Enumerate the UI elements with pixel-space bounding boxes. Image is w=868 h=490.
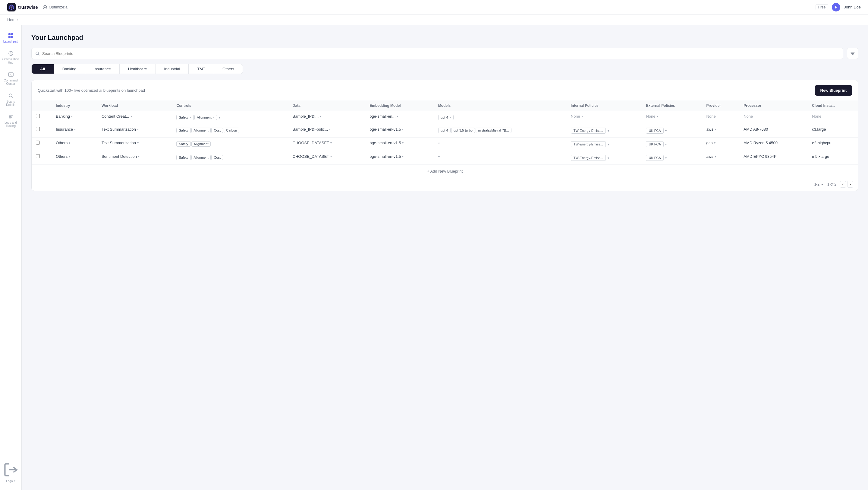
blueprint-container: Quickstart with 100+ live optimized ai b… [31, 80, 858, 191]
external-policy-tag[interactable]: UK FCA [646, 155, 663, 161]
add-blueprint-row[interactable]: + Add New Blueprint [32, 165, 858, 178]
row-internal-policies: TW-Energy-Emiss... ▾ [567, 138, 642, 151]
category-tab-others[interactable]: Others [214, 64, 243, 74]
category-tab-all[interactable]: All [32, 64, 54, 74]
row-internal-policies: TW-Energy-Emiss... ▾ [567, 151, 642, 165]
row-models: ▾ [434, 138, 567, 151]
row-cloud-instance: m5.xlarge [808, 151, 858, 165]
optimize-label: Optimize:ai [43, 5, 68, 9]
search-input[interactable] [42, 51, 839, 56]
col-header: External Policies [642, 100, 702, 111]
row-data: CHOOSE_DATASET ▾ [288, 138, 366, 151]
optimize-icon [43, 5, 47, 9]
sidebar-logout[interactable]: Logout [1, 459, 21, 485]
category-tab-tmt[interactable]: TMT [189, 64, 214, 74]
row-industry: Banking ▾ [52, 111, 97, 124]
col-header: Internal Policies [567, 100, 642, 111]
model-tag[interactable]: mistralai/Mistral-7B... [475, 127, 512, 133]
filter-button[interactable] [847, 48, 858, 59]
filter-icon [850, 51, 855, 56]
row-workload: Content Creat... ▾ [97, 111, 173, 124]
category-tab-industrial[interactable]: Industrial [156, 64, 189, 74]
row-checkbox[interactable] [32, 138, 52, 151]
svg-rect-4 [8, 36, 10, 38]
control-tag[interactable]: Alignment [191, 127, 211, 133]
model-tag[interactable]: gpt-3.5-turbo [451, 127, 475, 133]
row-external-policies: UK FCA ▾ [642, 124, 702, 138]
search-icon [35, 51, 40, 56]
control-tag[interactable]: Cost [211, 127, 223, 133]
sidebar-label-scans-details: Scans Details [2, 100, 19, 107]
col-header: Provider [702, 100, 740, 111]
control-tag[interactable]: Alignment [191, 141, 211, 147]
external-policy-tag[interactable]: UK FCA [646, 127, 663, 134]
row-controls: SafetyAlignment [172, 138, 288, 151]
row-provider: None [702, 111, 740, 124]
page-count: 1 of 2 [827, 182, 836, 186]
row-provider: gcp ▾ [702, 138, 740, 151]
row-data: CHOOSE_DATASET ▾ [288, 151, 366, 165]
model-tag[interactable]: gpt-4 [438, 127, 451, 133]
internal-policy-tag[interactable]: TW-Energy-Emiss... [571, 155, 606, 161]
col-header: Models [434, 100, 567, 111]
row-processor: AMD Ryzen 5 4500 [739, 138, 808, 151]
sidebar-item-logs-and-tracing[interactable]: Logs and Tracing [1, 111, 21, 130]
row-internal-policies: TW-Energy-Emiss... ▾ [567, 124, 642, 138]
control-tag[interactable]: Carbon [224, 127, 239, 133]
row-checkbox[interactable] [32, 151, 52, 165]
row-controls: SafetyAlignmentCostCarbon [172, 124, 288, 138]
optimization-hub-icon [8, 50, 14, 56]
row-workload: Text Summarization ▾ [97, 124, 173, 138]
search-box [31, 48, 843, 59]
svg-rect-7 [8, 73, 13, 76]
category-tab-banking[interactable]: Banking [54, 64, 85, 74]
per-page-chevron [821, 183, 824, 186]
next-page-button[interactable]: › [847, 181, 853, 188]
external-policy-tag[interactable]: UK FCA [646, 141, 663, 147]
svg-rect-3 [11, 33, 13, 35]
table-header-row: IndustryWorkloadControlsDataEmbedding Mo… [32, 100, 858, 111]
col-header: Embedding Model [365, 100, 434, 111]
row-controls: SafetyAlignmentCost [172, 151, 288, 165]
new-blueprint-button[interactable]: New Blueprint [815, 85, 852, 96]
row-provider: aws ▾ [702, 151, 740, 165]
col-header [32, 100, 52, 111]
control-tag[interactable]: Safety [176, 127, 190, 133]
control-tag[interactable]: Safety× [176, 115, 194, 120]
row-industry: Insurance ▾ [52, 124, 97, 138]
sidebar-item-optimization-hub[interactable]: Optimization Hub [1, 48, 21, 67]
command-center-icon [8, 71, 14, 78]
sidebar: Launchpad Optimization Hub Command Cente… [0, 25, 22, 490]
row-cloud-instance: None [808, 111, 858, 124]
control-tag[interactable]: Safety [176, 155, 190, 160]
category-tab-insurance[interactable]: Insurance [85, 64, 120, 74]
control-tag[interactable]: Alignment× [194, 115, 217, 120]
internal-policy-tag[interactable]: TW-Energy-Emiss... [571, 127, 606, 134]
sidebar-item-command-center[interactable]: Command Center [1, 69, 21, 88]
internal-policy-tag[interactable]: TW-Energy-Emiss... [571, 141, 606, 147]
category-tab-healthcare[interactable]: Healthcare [120, 64, 156, 74]
blueprint-header: Quickstart with 100+ live optimized ai b… [32, 80, 858, 100]
col-header: Controls [172, 100, 288, 111]
row-external-policies: UK FCA ▾ [642, 138, 702, 151]
row-controls: Safety×Alignment× ▾ [172, 111, 288, 124]
nav-home[interactable]: Home [7, 18, 18, 22]
row-checkbox[interactable] [32, 111, 52, 124]
free-badge: Free [815, 4, 829, 10]
row-checkbox[interactable] [32, 124, 52, 138]
per-page-selector[interactable]: 1-2 [814, 182, 824, 186]
sidebar-item-launchpad[interactable]: Launchpad [1, 30, 21, 46]
prev-page-button[interactable]: ‹ [840, 181, 846, 188]
control-tag[interactable]: Safety [176, 141, 190, 147]
row-external-policies: None ▾ [642, 111, 702, 124]
control-tag[interactable]: Alignment [191, 155, 211, 160]
sidebar-item-scans-details[interactable]: Scans Details [1, 90, 21, 109]
model-tag[interactable]: gpt-4× [438, 115, 454, 120]
row-cloud-instance: e2-highcpu [808, 138, 858, 151]
top-bar: trustwise Optimize:ai Free P John Doe [0, 0, 868, 15]
col-header: Industry [52, 100, 97, 111]
svg-rect-5 [11, 36, 13, 38]
logo[interactable]: trustwise [7, 3, 38, 11]
control-tag[interactable]: Cost [211, 155, 223, 160]
svg-point-8 [9, 94, 12, 97]
